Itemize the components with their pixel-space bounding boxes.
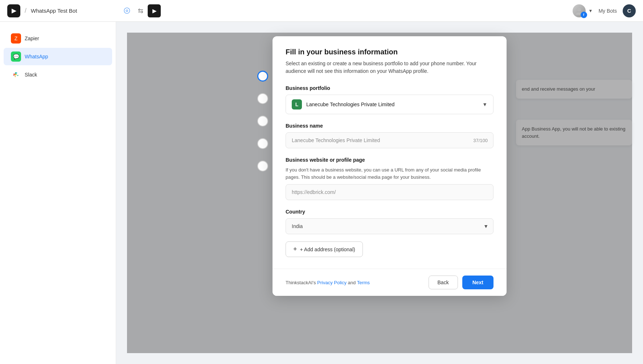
privacy-policy-link[interactable]: Privacy Policy: [317, 280, 347, 285]
facebook-badge: f: [581, 12, 587, 18]
step-5[interactable]: [257, 161, 268, 171]
svg-point-0: [577, 8, 581, 12]
nav-right: f ▼ My Bots C: [573, 4, 636, 17]
plus-icon: +: [293, 245, 297, 253]
svg-point-6: [14, 74, 15, 75]
avatar: f: [573, 4, 586, 17]
country-label: Country: [286, 209, 493, 215]
footer-legal-text: ThinkstackAI's Privacy Policy and Terms: [286, 280, 370, 285]
sidebar-item-label-zapier: Zapier: [25, 36, 39, 41]
user-initial-avatar[interactable]: C: [623, 4, 636, 17]
stepper-column: [253, 36, 273, 296]
meta-logo-icon: ⦾: [120, 4, 134, 17]
nav-left: ▶ / WhatsApp Test Bot: [7, 4, 77, 17]
sidebar-item-label-whatsapp: WhatsApp: [25, 54, 48, 59]
step-4[interactable]: [257, 138, 268, 149]
portfolio-dropdown[interactable]: L Lanecube Technologies Private Limited …: [286, 95, 493, 114]
back-button[interactable]: Back: [429, 276, 458, 289]
website-input[interactable]: [286, 184, 493, 200]
business-name-wrapper: 37/100: [286, 132, 493, 148]
business-name-input[interactable]: [286, 132, 493, 148]
portfolio-name: Lanecube Technologies Private Limited: [306, 102, 478, 107]
modal-overlay: Fill in your business information Select…: [127, 33, 632, 353]
portfolio-dropdown-chevron-icon: ▼: [482, 102, 487, 107]
modal-wrapper: Fill in your business information Select…: [253, 36, 507, 296]
modal-footer: ThinkstackAI's Privacy Policy and Terms …: [273, 269, 507, 296]
thinkstack-icon: ▶: [148, 4, 161, 17]
breadcrumb-sep: /: [25, 7, 26, 15]
business-name-label: Business name: [286, 123, 493, 129]
sidebar-item-whatsapp[interactable]: 💬 WhatsApp: [4, 48, 112, 65]
modal-card: Fill in your business information Select…: [273, 36, 507, 296]
modal-body: Fill in your business information Select…: [273, 36, 507, 269]
slack-icon: [11, 70, 21, 80]
content-area: end and receive messages on your App Bus…: [127, 33, 632, 353]
top-nav: ▶ / WhatsApp Test Bot ⦾ ⇆ ▶ f ▼ My Bots …: [0, 0, 643, 22]
sidebar-item-zapier[interactable]: Z Zapier: [4, 30, 112, 47]
app-icon: ▶: [7, 4, 20, 17]
zapier-icon: Z: [11, 33, 21, 44]
transfer-icon: ⇆: [138, 7, 143, 15]
main-content: end and receive messages on your App Bus…: [116, 22, 643, 364]
char-count: 37/100: [473, 138, 488, 143]
country-wrapper: India United States United Kingdom ▼: [286, 218, 493, 234]
svg-point-9: [16, 73, 17, 74]
terms-link[interactable]: Terms: [357, 280, 370, 285]
whatsapp-icon: 💬: [11, 51, 21, 62]
svg-point-7: [17, 75, 19, 76]
modal-subtitle: Select an existing or create a new busin…: [286, 60, 493, 75]
modal-title: Fill in your business information: [286, 48, 493, 56]
my-bots-label[interactable]: My Bots: [598, 8, 617, 14]
add-address-label: + Add address (optional): [300, 247, 355, 252]
sidebar: Z Zapier 💬 WhatsApp Slack: [0, 22, 116, 364]
website-label: Business website or profile page: [286, 157, 493, 163]
user-account-area[interactable]: f ▼: [573, 4, 593, 17]
step-2[interactable]: [257, 93, 268, 104]
chevron-down-icon: ▼: [589, 8, 593, 13]
step-1[interactable]: [257, 71, 268, 82]
add-address-button[interactable]: + + Add address (optional): [286, 241, 363, 257]
business-portfolio-label: Business portfolio: [286, 85, 493, 91]
portfolio-letter-badge: L: [292, 99, 302, 109]
next-button[interactable]: Next: [462, 276, 493, 289]
bot-name: WhatsApp Test Bot: [31, 8, 77, 14]
sidebar-item-slack[interactable]: Slack: [4, 66, 112, 83]
svg-point-8: [15, 76, 16, 77]
website-description: If you don't have a business website, yo…: [286, 166, 493, 181]
nav-center: ⦾ ⇆ ▶: [120, 4, 161, 17]
footer-buttons: Back Next: [429, 276, 493, 289]
country-select[interactable]: India United States United Kingdom: [286, 218, 493, 234]
sidebar-item-label-slack: Slack: [25, 72, 37, 78]
step-3[interactable]: [257, 116, 268, 127]
